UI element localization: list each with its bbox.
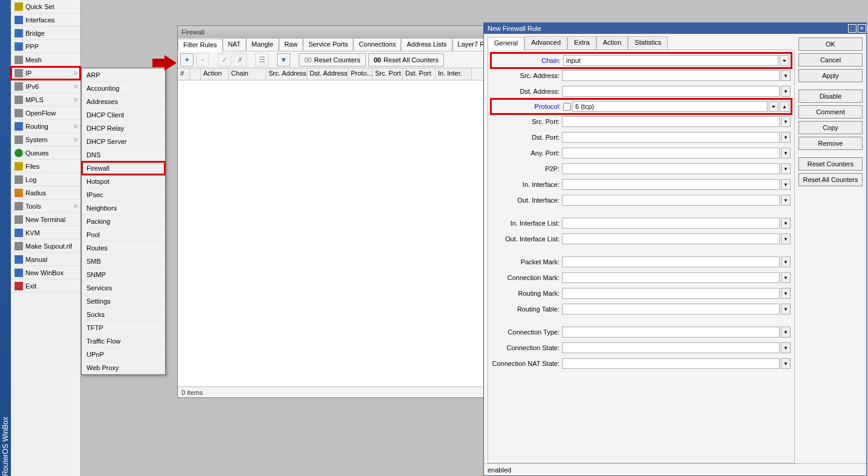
cancel-button[interactable]: Cancel bbox=[798, 53, 863, 67]
any-port-input[interactable] bbox=[562, 148, 780, 158]
menu-item-interfaces[interactable]: Interfaces bbox=[11, 13, 80, 27]
ok-button[interactable]: OK bbox=[798, 37, 863, 51]
dropdown-icon[interactable]: ▼ bbox=[781, 132, 791, 143]
submenu-item-traffic-flow[interactable]: Traffic Flow bbox=[82, 334, 165, 348]
menu-item-mpls[interactable]: MPLS▷ bbox=[11, 93, 80, 106]
invert-checkbox[interactable] bbox=[563, 103, 571, 111]
dropdown-icon[interactable]: ⏷ bbox=[769, 101, 778, 112]
menu-item-queues[interactable]: Queues bbox=[11, 146, 80, 160]
dropdown-icon[interactable]: ▼ bbox=[781, 233, 791, 244]
submenu-item-dhcp-server[interactable]: DHCP Server bbox=[82, 135, 165, 148]
packet-mark-input[interactable] bbox=[562, 256, 780, 267]
submenu-item-accounting[interactable]: Accounting bbox=[82, 82, 165, 95]
dropdown-icon[interactable]: ▼ bbox=[781, 116, 791, 127]
column-header[interactable]: Src. Address bbox=[266, 68, 307, 80]
disable-button[interactable]: ✗ bbox=[233, 53, 247, 67]
tab-filter-rules[interactable]: Filter Rules bbox=[178, 39, 223, 51]
menu-item-manual[interactable]: Manual bbox=[11, 253, 80, 266]
apply-button[interactable]: Apply bbox=[798, 69, 863, 82]
submenu-item-addresses[interactable]: Addresses bbox=[82, 95, 165, 108]
submenu-item-snmp[interactable]: SNMP bbox=[82, 268, 165, 281]
menu-item-new-terminal[interactable]: New Terminal bbox=[11, 213, 80, 226]
submenu-item-neighbors[interactable]: Neighbors bbox=[82, 201, 165, 215]
column-header[interactable]: # bbox=[178, 68, 190, 80]
column-header[interactable]: Chain bbox=[229, 68, 266, 80]
remove-button[interactable]: Remove bbox=[798, 137, 863, 150]
menu-item-exit[interactable]: Exit bbox=[11, 279, 80, 293]
submenu-item-hotspot[interactable]: Hotspot bbox=[82, 175, 165, 188]
remove-button[interactable]: − bbox=[196, 53, 209, 67]
tab-connections[interactable]: Connections bbox=[353, 38, 401, 51]
tab-address-lists[interactable]: Address Lists bbox=[401, 38, 452, 51]
submenu-item-packing[interactable]: Packing bbox=[82, 215, 165, 228]
dropdown-icon[interactable]: ⏷ bbox=[780, 55, 789, 66]
connection-type-input[interactable] bbox=[562, 327, 780, 337]
reset-counters-button[interactable]: Reset Counters bbox=[798, 157, 863, 171]
firewall-list-body[interactable] bbox=[178, 80, 484, 386]
submenu-item-upnp[interactable]: UPnP bbox=[82, 348, 165, 361]
menu-item-log[interactable]: Log bbox=[11, 173, 80, 186]
reset-all-counters-button[interactable]: 00Reset All Counters bbox=[368, 53, 444, 67]
column-header[interactable]: Proto... bbox=[348, 68, 373, 80]
dropdown-icon[interactable]: ▼ bbox=[781, 304, 791, 315]
submenu-item-dns[interactable]: DNS bbox=[82, 148, 165, 161]
submenu-item-smb[interactable]: SMB bbox=[82, 255, 165, 268]
dropdown-icon[interactable]: ▼ bbox=[781, 148, 791, 158]
dst-address-input[interactable] bbox=[562, 86, 780, 97]
filter-button[interactable]: ▼ bbox=[277, 53, 290, 67]
dst-port-input[interactable] bbox=[562, 132, 780, 143]
disable-button[interactable]: Disable bbox=[798, 90, 863, 103]
menu-item-tools[interactable]: Tools▷ bbox=[11, 200, 80, 213]
column-header[interactable]: Src. Port bbox=[373, 68, 403, 80]
tab-raw[interactable]: Raw bbox=[279, 38, 303, 51]
submenu-item-socks[interactable]: Socks bbox=[82, 308, 165, 321]
connection-mark-input[interactable] bbox=[562, 272, 780, 283]
chain-input[interactable] bbox=[563, 55, 778, 66]
menu-item-ppp[interactable]: PPP bbox=[11, 40, 80, 53]
dropdown-icon[interactable]: ▼ bbox=[781, 256, 791, 267]
in-interface-list-input[interactable] bbox=[562, 218, 780, 229]
dropdown-icon[interactable]: ▼ bbox=[781, 70, 791, 81]
dropdown-icon[interactable]: ▼ bbox=[781, 358, 791, 369]
submenu-item-services[interactable]: Services bbox=[82, 281, 165, 295]
tab-action[interactable]: Action bbox=[596, 36, 628, 50]
p2p-input[interactable] bbox=[562, 163, 780, 174]
close-icon[interactable]: ✕ bbox=[858, 24, 866, 33]
submenu-item-web-proxy[interactable]: Web Proxy bbox=[82, 361, 165, 374]
menu-item-routing[interactable]: Routing▷ bbox=[11, 120, 80, 133]
submenu-item-pool[interactable]: Pool bbox=[82, 228, 165, 241]
menu-item-bridge[interactable]: Bridge bbox=[11, 27, 80, 40]
dropdown-icon[interactable]: ▼ bbox=[781, 218, 791, 229]
tab-general[interactable]: General bbox=[488, 37, 524, 50]
enable-button[interactable]: ✓ bbox=[218, 53, 231, 67]
sticky-icon[interactable]: ⬚ bbox=[848, 24, 857, 33]
dropdown-icon[interactable]: ▼ bbox=[781, 342, 791, 353]
menu-item-system[interactable]: System▷ bbox=[11, 133, 80, 146]
src-address-input[interactable] bbox=[562, 70, 780, 81]
comment-button[interactable]: Comment bbox=[798, 105, 863, 119]
src-port-input[interactable] bbox=[562, 116, 780, 127]
reset-counters-button[interactable]: 0000 Reset CountersReset Counters bbox=[299, 53, 366, 67]
menu-item-mesh[interactable]: Mesh bbox=[11, 53, 80, 67]
tab-mangle[interactable]: Mangle bbox=[246, 38, 279, 51]
protocol-input[interactable] bbox=[572, 101, 768, 112]
collapse-icon[interactable]: ▲ bbox=[780, 101, 789, 112]
menu-item-quick-set[interactable]: Quick Set bbox=[11, 0, 80, 13]
in-interface-input[interactable] bbox=[562, 179, 780, 190]
column-header[interactable]: In. Inter. bbox=[436, 68, 472, 80]
column-header[interactable]: Action bbox=[201, 68, 229, 80]
dropdown-icon[interactable]: ▼ bbox=[781, 195, 791, 206]
menu-item-ip[interactable]: IP▷ bbox=[11, 67, 80, 80]
routing-mark-input[interactable] bbox=[562, 288, 780, 299]
submenu-item-firewall[interactable]: Firewall bbox=[82, 161, 165, 175]
add-button[interactable]: + bbox=[180, 53, 194, 67]
dropdown-icon[interactable]: ▼ bbox=[781, 179, 791, 190]
connection-nat-state-input[interactable] bbox=[562, 358, 780, 369]
submenu-item-tftp[interactable]: TFTP bbox=[82, 321, 165, 334]
out-interface-list-input[interactable] bbox=[562, 233, 780, 244]
submenu-item-routes[interactable]: Routes bbox=[82, 241, 165, 255]
routing-table-input[interactable] bbox=[562, 304, 780, 315]
dialog-titlebar[interactable]: New Firewall Rule ⬚ ✕ bbox=[484, 23, 866, 34]
dropdown-icon[interactable]: ▼ bbox=[781, 86, 791, 97]
reset-all-counters-button[interactable]: Reset All Counters bbox=[798, 173, 863, 186]
